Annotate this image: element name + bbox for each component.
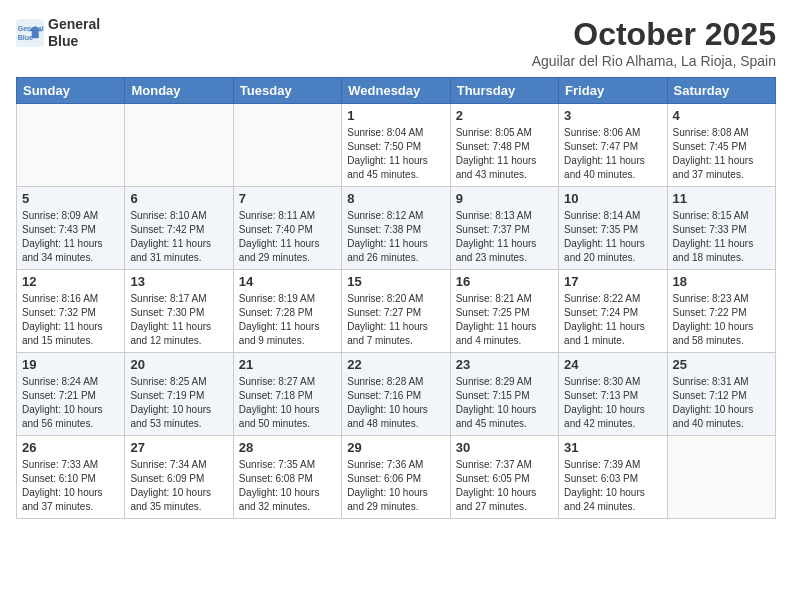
day-detail: Sunrise: 7:36 AM Sunset: 6:06 PM Dayligh… <box>347 458 444 514</box>
calendar-header: Sunday Monday Tuesday Wednesday Thursday… <box>17 78 776 104</box>
calendar-cell: 27Sunrise: 7:34 AM Sunset: 6:09 PM Dayli… <box>125 436 233 519</box>
week-row-1: 1Sunrise: 8:04 AM Sunset: 7:50 PM Daylig… <box>17 104 776 187</box>
week-row-4: 19Sunrise: 8:24 AM Sunset: 7:21 PM Dayli… <box>17 353 776 436</box>
calendar-cell <box>17 104 125 187</box>
day-number: 16 <box>456 274 553 289</box>
day-detail: Sunrise: 8:13 AM Sunset: 7:37 PM Dayligh… <box>456 209 553 265</box>
day-detail: Sunrise: 8:14 AM Sunset: 7:35 PM Dayligh… <box>564 209 661 265</box>
day-number: 26 <box>22 440 119 455</box>
week-row-5: 26Sunrise: 7:33 AM Sunset: 6:10 PM Dayli… <box>17 436 776 519</box>
day-number: 29 <box>347 440 444 455</box>
day-number: 4 <box>673 108 770 123</box>
calendar-cell: 10Sunrise: 8:14 AM Sunset: 7:35 PM Dayli… <box>559 187 667 270</box>
calendar-cell: 29Sunrise: 7:36 AM Sunset: 6:06 PM Dayli… <box>342 436 450 519</box>
svg-rect-0 <box>16 19 44 47</box>
day-detail: Sunrise: 8:20 AM Sunset: 7:27 PM Dayligh… <box>347 292 444 348</box>
calendar: Sunday Monday Tuesday Wednesday Thursday… <box>16 77 776 519</box>
day-number: 7 <box>239 191 336 206</box>
logo-text: General Blue <box>48 16 100 50</box>
day-number: 28 <box>239 440 336 455</box>
day-detail: Sunrise: 8:23 AM Sunset: 7:22 PM Dayligh… <box>673 292 770 348</box>
calendar-cell: 1Sunrise: 8:04 AM Sunset: 7:50 PM Daylig… <box>342 104 450 187</box>
day-number: 21 <box>239 357 336 372</box>
calendar-cell <box>125 104 233 187</box>
logo-line1: General <box>48 16 100 33</box>
day-number: 3 <box>564 108 661 123</box>
calendar-cell: 17Sunrise: 8:22 AM Sunset: 7:24 PM Dayli… <box>559 270 667 353</box>
day-number: 8 <box>347 191 444 206</box>
day-detail: Sunrise: 8:10 AM Sunset: 7:42 PM Dayligh… <box>130 209 227 265</box>
day-number: 11 <box>673 191 770 206</box>
calendar-cell: 5Sunrise: 8:09 AM Sunset: 7:43 PM Daylig… <box>17 187 125 270</box>
calendar-cell: 7Sunrise: 8:11 AM Sunset: 7:40 PM Daylig… <box>233 187 341 270</box>
day-number: 23 <box>456 357 553 372</box>
logo-icon: General Blue <box>16 19 44 47</box>
calendar-cell: 9Sunrise: 8:13 AM Sunset: 7:37 PM Daylig… <box>450 187 558 270</box>
month-title: October 2025 <box>532 16 776 53</box>
calendar-cell: 24Sunrise: 8:30 AM Sunset: 7:13 PM Dayli… <box>559 353 667 436</box>
day-detail: Sunrise: 7:39 AM Sunset: 6:03 PM Dayligh… <box>564 458 661 514</box>
day-number: 19 <box>22 357 119 372</box>
day-detail: Sunrise: 8:17 AM Sunset: 7:30 PM Dayligh… <box>130 292 227 348</box>
day-detail: Sunrise: 8:16 AM Sunset: 7:32 PM Dayligh… <box>22 292 119 348</box>
day-number: 2 <box>456 108 553 123</box>
calendar-cell: 12Sunrise: 8:16 AM Sunset: 7:32 PM Dayli… <box>17 270 125 353</box>
calendar-cell: 13Sunrise: 8:17 AM Sunset: 7:30 PM Dayli… <box>125 270 233 353</box>
week-row-2: 5Sunrise: 8:09 AM Sunset: 7:43 PM Daylig… <box>17 187 776 270</box>
day-number: 9 <box>456 191 553 206</box>
calendar-cell <box>667 436 775 519</box>
calendar-cell: 21Sunrise: 8:27 AM Sunset: 7:18 PM Dayli… <box>233 353 341 436</box>
day-detail: Sunrise: 8:31 AM Sunset: 7:12 PM Dayligh… <box>673 375 770 431</box>
calendar-cell: 22Sunrise: 8:28 AM Sunset: 7:16 PM Dayli… <box>342 353 450 436</box>
calendar-cell: 28Sunrise: 7:35 AM Sunset: 6:08 PM Dayli… <box>233 436 341 519</box>
day-detail: Sunrise: 8:24 AM Sunset: 7:21 PM Dayligh… <box>22 375 119 431</box>
calendar-cell: 16Sunrise: 8:21 AM Sunset: 7:25 PM Dayli… <box>450 270 558 353</box>
col-monday: Monday <box>125 78 233 104</box>
day-number: 18 <box>673 274 770 289</box>
calendar-cell: 25Sunrise: 8:31 AM Sunset: 7:12 PM Dayli… <box>667 353 775 436</box>
calendar-cell: 8Sunrise: 8:12 AM Sunset: 7:38 PM Daylig… <box>342 187 450 270</box>
calendar-cell: 26Sunrise: 7:33 AM Sunset: 6:10 PM Dayli… <box>17 436 125 519</box>
day-detail: Sunrise: 8:04 AM Sunset: 7:50 PM Dayligh… <box>347 126 444 182</box>
calendar-cell <box>233 104 341 187</box>
col-saturday: Saturday <box>667 78 775 104</box>
day-detail: Sunrise: 8:09 AM Sunset: 7:43 PM Dayligh… <box>22 209 119 265</box>
day-detail: Sunrise: 8:21 AM Sunset: 7:25 PM Dayligh… <box>456 292 553 348</box>
calendar-cell: 14Sunrise: 8:19 AM Sunset: 7:28 PM Dayli… <box>233 270 341 353</box>
day-number: 6 <box>130 191 227 206</box>
day-detail: Sunrise: 8:06 AM Sunset: 7:47 PM Dayligh… <box>564 126 661 182</box>
day-detail: Sunrise: 7:34 AM Sunset: 6:09 PM Dayligh… <box>130 458 227 514</box>
day-detail: Sunrise: 8:15 AM Sunset: 7:33 PM Dayligh… <box>673 209 770 265</box>
day-number: 13 <box>130 274 227 289</box>
logo-line2: Blue <box>48 33 100 50</box>
day-number: 12 <box>22 274 119 289</box>
day-number: 31 <box>564 440 661 455</box>
location-title: Aguilar del Rio Alhama, La Rioja, Spain <box>532 53 776 69</box>
header-row: Sunday Monday Tuesday Wednesday Thursday… <box>17 78 776 104</box>
day-number: 24 <box>564 357 661 372</box>
day-detail: Sunrise: 7:35 AM Sunset: 6:08 PM Dayligh… <box>239 458 336 514</box>
calendar-body: 1Sunrise: 8:04 AM Sunset: 7:50 PM Daylig… <box>17 104 776 519</box>
svg-text:Blue: Blue <box>18 34 33 41</box>
calendar-cell: 30Sunrise: 7:37 AM Sunset: 6:05 PM Dayli… <box>450 436 558 519</box>
calendar-cell: 3Sunrise: 8:06 AM Sunset: 7:47 PM Daylig… <box>559 104 667 187</box>
day-number: 5 <box>22 191 119 206</box>
calendar-cell: 19Sunrise: 8:24 AM Sunset: 7:21 PM Dayli… <box>17 353 125 436</box>
calendar-cell: 4Sunrise: 8:08 AM Sunset: 7:45 PM Daylig… <box>667 104 775 187</box>
day-detail: Sunrise: 8:22 AM Sunset: 7:24 PM Dayligh… <box>564 292 661 348</box>
day-detail: Sunrise: 8:30 AM Sunset: 7:13 PM Dayligh… <box>564 375 661 431</box>
day-number: 22 <box>347 357 444 372</box>
calendar-cell: 11Sunrise: 8:15 AM Sunset: 7:33 PM Dayli… <box>667 187 775 270</box>
col-thursday: Thursday <box>450 78 558 104</box>
header: General Blue General Blue October 2025 A… <box>16 16 776 69</box>
calendar-cell: 6Sunrise: 8:10 AM Sunset: 7:42 PM Daylig… <box>125 187 233 270</box>
day-detail: Sunrise: 8:25 AM Sunset: 7:19 PM Dayligh… <box>130 375 227 431</box>
col-sunday: Sunday <box>17 78 125 104</box>
calendar-cell: 18Sunrise: 8:23 AM Sunset: 7:22 PM Dayli… <box>667 270 775 353</box>
col-friday: Friday <box>559 78 667 104</box>
day-number: 30 <box>456 440 553 455</box>
calendar-cell: 2Sunrise: 8:05 AM Sunset: 7:48 PM Daylig… <box>450 104 558 187</box>
day-number: 15 <box>347 274 444 289</box>
day-detail: Sunrise: 8:11 AM Sunset: 7:40 PM Dayligh… <box>239 209 336 265</box>
day-detail: Sunrise: 8:08 AM Sunset: 7:45 PM Dayligh… <box>673 126 770 182</box>
